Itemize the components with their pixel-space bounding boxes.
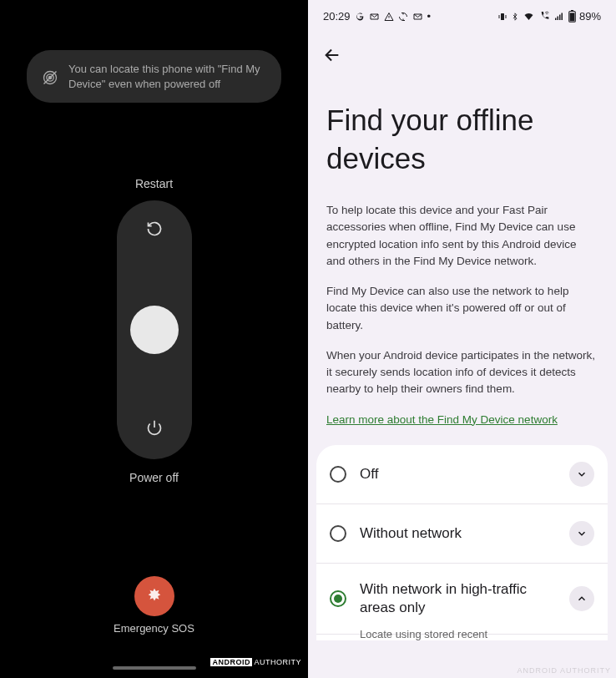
description-text: To help locate this device and your Fast…	[308, 194, 616, 428]
option-subtext: Locate using stored recent	[316, 628, 608, 640]
google-icon	[355, 12, 365, 22]
battery-icon	[568, 10, 576, 23]
page-title: Find your offline devices	[308, 76, 616, 194]
medical-icon	[145, 587, 164, 605]
slider-knob[interactable]	[130, 306, 179, 354]
more-dot: •	[427, 10, 432, 23]
bluetooth-icon	[511, 11, 519, 23]
gmail-icon	[369, 12, 380, 22]
svg-rect-7	[571, 10, 573, 12]
emergency-sos-button[interactable]	[134, 576, 174, 616]
chevron-down-icon	[576, 528, 588, 539]
find-offline-devices-screen: 20:29 • 89% Find your offline devices To…	[308, 0, 616, 678]
wifi-icon	[523, 12, 535, 22]
watermark: ANDROID AUTHORITY	[517, 666, 611, 675]
radio-selected-icon	[330, 590, 346, 607]
sos-label: Emergency SOS	[0, 622, 308, 635]
option-label: With network in high-traffic areas only	[360, 580, 556, 617]
wifi-calling-icon	[538, 11, 550, 22]
learn-more-link[interactable]: Learn more about the Find My Device netw…	[326, 413, 558, 426]
signal-icon	[553, 12, 565, 22]
warning-icon	[384, 12, 394, 22]
status-time: 20:29	[323, 10, 351, 23]
arrow-left-icon	[323, 46, 341, 64]
option-high-traffic[interactable]: With network in high-traffic areas only	[316, 564, 608, 635]
expand-button[interactable]	[569, 521, 594, 546]
power-menu-screen: You can locate this phone with "Find My …	[0, 0, 308, 678]
svg-rect-5	[501, 13, 504, 20]
collapse-button[interactable]	[569, 586, 594, 611]
options-card: Off Without network With network in high…	[316, 445, 608, 640]
power-slider-track	[117, 200, 192, 459]
status-bar: 20:29 • 89%	[308, 0, 616, 29]
chevron-up-icon	[576, 593, 588, 605]
power-icon[interactable]	[146, 419, 163, 439]
option-off[interactable]: Off	[316, 445, 608, 504]
vibrate-icon	[497, 11, 507, 23]
banner-text: You can locate this phone with "Find My …	[68, 62, 266, 91]
sync-icon	[398, 12, 408, 22]
option-label: Off	[360, 465, 556, 483]
radio-icon	[330, 525, 346, 542]
home-indicator[interactable]	[113, 666, 196, 670]
radar-icon	[42, 69, 58, 86]
option-label: Without network	[360, 524, 556, 543]
back-button[interactable]	[308, 29, 616, 76]
restart-label: Restart	[0, 177, 308, 190]
restart-icon[interactable]	[146, 220, 163, 240]
battery-percent: 89%	[579, 10, 601, 23]
svg-rect-8	[570, 13, 575, 21]
chevron-down-icon	[576, 468, 588, 480]
gmail-icon-2	[412, 12, 423, 22]
radio-icon	[330, 466, 346, 483]
watermark: ANDROID AUTHORITY	[210, 658, 301, 666]
option-without-network[interactable]: Without network	[316, 504, 608, 564]
expand-button[interactable]	[569, 462, 594, 487]
find-my-device-banner[interactable]: You can locate this phone with "Find My …	[27, 50, 281, 103]
poweroff-label: Power off	[0, 471, 308, 484]
